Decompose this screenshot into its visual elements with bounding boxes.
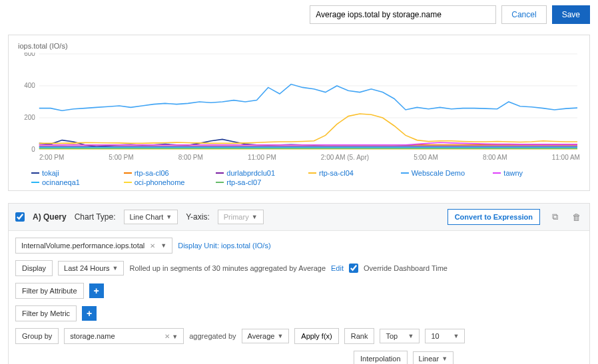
legend-swatch — [401, 172, 409, 174]
chart-type-select[interactable]: Line Chart▼ — [124, 210, 178, 224]
x-tick: 8:00 AM — [483, 154, 507, 161]
legend-label[interactable]: rtp-sa-cl06 — [135, 169, 169, 177]
chart-legend: tokajirtp-sa-cl06durlabprdclu01rtp-sa-cl… — [18, 165, 580, 186]
caret-icon: ▼ — [166, 214, 172, 220]
legend-label[interactable]: oci-phonehome — [135, 178, 185, 186]
display-label: Display — [15, 260, 53, 276]
interpolation-select[interactable]: Linear▼ — [413, 351, 454, 364]
legend-swatch — [31, 172, 39, 174]
caret-icon: ▼ — [160, 242, 166, 249]
svg-text:400: 400 — [24, 82, 35, 89]
svg-text:200: 200 — [24, 114, 35, 121]
legend-label[interactable]: tawny — [503, 169, 523, 177]
chart-container: iops.total (IO/s) 0200400600 2:00 PM5:00… — [8, 35, 590, 191]
clear-icon[interactable]: ✕ — [150, 242, 155, 250]
display-unit-link[interactable]: Display Unit: iops.total (IO/s) — [178, 242, 270, 250]
svg-text:600: 600 — [24, 53, 35, 57]
override-dashboard-time-checkbox[interactable] — [349, 264, 358, 273]
caret-icon: ▼ — [252, 214, 258, 220]
chart-type-label: Chart Type: — [75, 212, 116, 222]
legend-item[interactable]: rtp-sa-cl06 — [124, 169, 211, 177]
legend-swatch — [493, 172, 501, 174]
apply-fx-button[interactable]: Apply f(x) — [294, 328, 338, 344]
legend-item[interactable]: tawny — [493, 169, 580, 177]
rank-n-select[interactable]: 10▼ — [425, 329, 465, 343]
duplicate-icon[interactable]: ⧉ — [548, 210, 561, 224]
aggregation-select[interactable]: Average▼ — [242, 329, 290, 343]
x-tick: 5:00 AM — [414, 154, 438, 161]
legend-swatch — [124, 182, 132, 184]
edit-link[interactable]: Edit — [331, 264, 344, 272]
rank-direction-select[interactable]: Top▼ — [380, 329, 420, 343]
x-axis-ticks: 2:00 PM5:00 PM8:00 PM11:00 PM2:00 AM (5.… — [18, 152, 580, 165]
convert-to-expression-button[interactable]: Convert to Expression — [448, 209, 540, 225]
legend-item[interactable]: Webscale Demo — [401, 169, 488, 177]
filter-metric-label[interactable]: Filter by Metric — [15, 305, 77, 321]
widget-title-input[interactable] — [310, 5, 496, 24]
y-axis-label-text: Y-axis: — [186, 212, 210, 222]
query-enable-checkbox[interactable] — [15, 212, 25, 222]
legend-item[interactable]: oci-phonehome — [124, 178, 211, 186]
legend-swatch — [216, 172, 224, 174]
x-tick: 8:00 PM — [178, 154, 203, 161]
legend-item[interactable]: rtp-sa-cl07 — [216, 178, 303, 186]
legend-swatch — [216, 182, 224, 184]
interpolation-label: Interpolation — [354, 351, 408, 364]
aggregated-by-label: aggregated by — [189, 332, 236, 340]
x-tick: 2:00 PM — [39, 154, 64, 161]
legend-label[interactable]: durlabprdclu01 — [226, 169, 275, 177]
legend-label[interactable]: rtp-sa-cl07 — [226, 178, 261, 186]
caret-icon: ▼ — [277, 333, 283, 339]
legend-item[interactable]: ocinaneqa1 — [31, 178, 119, 186]
delete-icon[interactable]: 🗑 — [569, 210, 583, 224]
caret-icon: ▼ — [172, 333, 178, 340]
legend-label[interactable]: ocinaneqa1 — [42, 178, 80, 186]
query-section: A) Query Chart Type: Line Chart▼ Y-axis:… — [8, 203, 590, 364]
timerange-select[interactable]: Last 24 Hours▼ — [58, 261, 124, 275]
legend-label[interactable]: tokaji — [42, 169, 59, 177]
save-button[interactable]: Save — [552, 5, 590, 24]
metric-selector[interactable]: InternalVolume.performance.iops.total ✕ … — [15, 238, 172, 254]
legend-item[interactable]: rtp-sa-cl04 — [308, 169, 396, 177]
override-label: Override Dashboard Time — [364, 264, 448, 272]
legend-label[interactable]: rtp-sa-cl04 — [319, 169, 354, 177]
legend-swatch — [308, 172, 316, 174]
legend-swatch — [31, 182, 39, 184]
y-axis-label: iops.total (IO/s) — [18, 42, 580, 50]
query-label: A) Query — [33, 212, 67, 222]
legend-item[interactable]: durlabprdclu01 — [216, 169, 303, 177]
caret-icon: ▼ — [408, 333, 414, 339]
cancel-button[interactable]: Cancel — [501, 5, 546, 24]
legend-swatch — [124, 172, 132, 174]
line-chart: 0200400600 — [18, 53, 580, 152]
group-by-input[interactable]: storage.name ✕ ▼ — [64, 328, 184, 344]
y-axis-select[interactable]: Primary▼ — [218, 210, 264, 224]
x-tick: 2:00 AM (5. Apr) — [321, 154, 369, 161]
caret-icon: ▼ — [453, 333, 459, 339]
add-attribute-filter-button[interactable]: + — [89, 283, 104, 298]
x-tick: 11:00 PM — [248, 154, 276, 161]
x-tick: 5:00 PM — [109, 154, 133, 161]
caret-icon: ▼ — [113, 265, 119, 272]
filter-attribute-label[interactable]: Filter by Attribute — [15, 283, 84, 299]
legend-label[interactable]: Webscale Demo — [412, 169, 465, 177]
x-tick: 11:00 AM — [552, 154, 580, 161]
rank-label: Rank — [344, 328, 375, 344]
rollup-text: Rolled up in segments of 30 minutes aggr… — [129, 264, 326, 272]
svg-text:0: 0 — [31, 146, 35, 152]
clear-icon[interactable]: ✕ — [164, 333, 170, 340]
group-by-label: Group by — [15, 328, 59, 344]
legend-item[interactable]: tokaji — [31, 169, 119, 177]
add-metric-filter-button[interactable]: + — [82, 306, 97, 321]
caret-icon: ▼ — [442, 355, 448, 362]
